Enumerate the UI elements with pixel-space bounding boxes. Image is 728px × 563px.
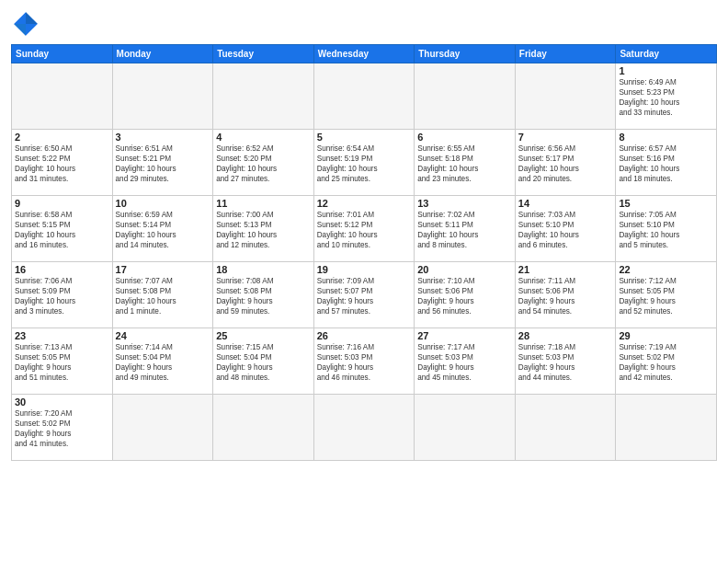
day-number: 17 — [116, 264, 210, 275]
logo — [11, 9, 44, 39]
calendar-cell-12: 7Sunrise: 6:56 AM Sunset: 5:17 PM Daylig… — [515, 130, 616, 196]
day-info: Sunrise: 6:59 AM Sunset: 5:14 PM Dayligh… — [116, 210, 210, 250]
weekday-header-thursday: Thursday — [415, 45, 516, 63]
day-info: Sunrise: 6:52 AM Sunset: 5:20 PM Dayligh… — [216, 144, 311, 184]
calendar-row-0: 1Sunrise: 6:49 AM Sunset: 5:23 PM Daylig… — [12, 63, 717, 130]
calendar-cell-28: 23Sunrise: 7:13 AM Sunset: 5:05 PM Dayli… — [12, 328, 113, 395]
day-info: Sunrise: 7:15 AM Sunset: 5:04 PM Dayligh… — [216, 342, 311, 383]
day-info: Sunrise: 6:55 AM Sunset: 5:18 PM Dayligh… — [417, 144, 512, 184]
day-number: 11 — [216, 198, 311, 209]
calendar-cell-16: 11Sunrise: 7:00 AM Sunset: 5:13 PM Dayli… — [213, 196, 314, 262]
calendar-cell-18: 13Sunrise: 7:02 AM Sunset: 5:11 PM Dayli… — [415, 196, 516, 262]
weekday-header-wednesday: Wednesday — [313, 45, 415, 63]
day-number: 30 — [15, 396, 109, 408]
calendar-cell-9: 4Sunrise: 6:52 AM Sunset: 5:20 PM Daylig… — [213, 130, 314, 196]
day-info: Sunrise: 6:56 AM Sunset: 5:17 PM Dayligh… — [518, 144, 613, 184]
calendar-cell-4 — [415, 63, 516, 130]
day-number: 19 — [317, 264, 412, 275]
weekday-header-row: SundayMondayTuesdayWednesdayThursdayFrid… — [12, 45, 717, 63]
calendar-cell-13: 8Sunrise: 6:57 AM Sunset: 5:16 PM Daylig… — [616, 130, 717, 196]
calendar-cell-38 — [313, 395, 415, 461]
day-info: Sunrise: 7:08 AM Sunset: 5:08 PM Dayligh… — [216, 276, 311, 316]
day-number: 9 — [15, 198, 109, 209]
day-number: 13 — [417, 198, 512, 209]
day-number: 20 — [417, 264, 512, 275]
day-number: 2 — [15, 132, 109, 143]
calendar-cell-6: 1Sunrise: 6:49 AM Sunset: 5:23 PM Daylig… — [616, 63, 717, 130]
calendar-cell-30: 25Sunrise: 7:15 AM Sunset: 5:04 PM Dayli… — [213, 328, 314, 395]
weekday-header-friday: Friday — [515, 45, 616, 63]
calendar-cell-25: 20Sunrise: 7:10 AM Sunset: 5:06 PM Dayli… — [415, 262, 516, 328]
day-info: Sunrise: 7:03 AM Sunset: 5:10 PM Dayligh… — [518, 210, 613, 250]
calendar-cell-26: 21Sunrise: 7:11 AM Sunset: 5:06 PM Dayli… — [515, 262, 616, 328]
calendar-cell-35: 30Sunrise: 7:20 AM Sunset: 5:02 PM Dayli… — [12, 395, 113, 461]
calendar-cell-11: 6Sunrise: 6:55 AM Sunset: 5:18 PM Daylig… — [415, 130, 516, 196]
day-number: 7 — [518, 132, 613, 143]
day-info: Sunrise: 7:12 AM Sunset: 5:05 PM Dayligh… — [619, 276, 713, 316]
calendar-cell-15: 10Sunrise: 6:59 AM Sunset: 5:14 PM Dayli… — [112, 196, 213, 262]
day-number: 18 — [216, 264, 311, 275]
calendar-cell-40 — [515, 395, 616, 461]
calendar-cell-10: 5Sunrise: 6:54 AM Sunset: 5:19 PM Daylig… — [313, 130, 415, 196]
day-info: Sunrise: 7:00 AM Sunset: 5:13 PM Dayligh… — [216, 210, 311, 250]
weekday-header-sunday: Sunday — [12, 45, 113, 63]
day-number: 6 — [417, 132, 512, 143]
day-number: 12 — [317, 198, 412, 209]
day-number: 26 — [317, 330, 412, 341]
day-number: 22 — [619, 264, 713, 275]
day-number: 8 — [619, 132, 713, 143]
calendar-cell-8: 3Sunrise: 6:51 AM Sunset: 5:21 PM Daylig… — [112, 130, 213, 196]
day-number: 1 — [619, 65, 713, 76]
calendar-cell-22: 17Sunrise: 7:07 AM Sunset: 5:08 PM Dayli… — [112, 262, 213, 328]
calendar-row-3: 16Sunrise: 7:06 AM Sunset: 5:09 PM Dayli… — [12, 262, 717, 328]
day-number: 15 — [619, 198, 713, 209]
svg-marker-2 — [14, 24, 26, 36]
day-info: Sunrise: 7:17 AM Sunset: 5:03 PM Dayligh… — [417, 342, 512, 383]
day-number: 25 — [216, 330, 311, 341]
calendar-cell-20: 15Sunrise: 7:05 AM Sunset: 5:10 PM Dayli… — [616, 196, 717, 262]
header — [11, 9, 717, 39]
day-number: 28 — [518, 330, 613, 341]
calendar-row-1: 2Sunrise: 6:50 AM Sunset: 5:22 PM Daylig… — [12, 130, 717, 196]
calendar-row-4: 23Sunrise: 7:13 AM Sunset: 5:05 PM Dayli… — [12, 328, 717, 395]
day-number: 27 — [417, 330, 512, 341]
day-number: 23 — [15, 330, 109, 341]
logo-icon — [11, 9, 40, 39]
calendar-cell-0 — [12, 63, 113, 130]
day-info: Sunrise: 7:07 AM Sunset: 5:08 PM Dayligh… — [116, 276, 210, 316]
day-number: 16 — [15, 264, 109, 275]
day-info: Sunrise: 6:54 AM Sunset: 5:19 PM Dayligh… — [317, 144, 412, 184]
calendar-cell-39 — [415, 395, 516, 461]
day-number: 21 — [518, 264, 613, 275]
calendar-cell-21: 16Sunrise: 7:06 AM Sunset: 5:09 PM Dayli… — [12, 262, 113, 328]
day-number: 5 — [317, 132, 412, 143]
calendar-cell-2 — [213, 63, 314, 130]
day-info: Sunrise: 6:51 AM Sunset: 5:21 PM Dayligh… — [116, 144, 210, 184]
day-number: 14 — [518, 198, 613, 209]
day-info: Sunrise: 7:16 AM Sunset: 5:03 PM Dayligh… — [317, 342, 412, 383]
weekday-header-tuesday: Tuesday — [213, 45, 314, 63]
day-number: 4 — [216, 132, 311, 143]
day-info: Sunrise: 6:57 AM Sunset: 5:16 PM Dayligh… — [619, 144, 713, 184]
calendar-cell-41 — [616, 395, 717, 461]
calendar-cell-31: 26Sunrise: 7:16 AM Sunset: 5:03 PM Dayli… — [313, 328, 415, 395]
day-info: Sunrise: 7:01 AM Sunset: 5:12 PM Dayligh… — [317, 210, 412, 250]
weekday-header-saturday: Saturday — [616, 45, 717, 63]
calendar-cell-27: 22Sunrise: 7:12 AM Sunset: 5:05 PM Dayli… — [616, 262, 717, 328]
calendar-cell-19: 14Sunrise: 7:03 AM Sunset: 5:10 PM Dayli… — [515, 196, 616, 262]
svg-marker-1 — [26, 12, 38, 24]
day-number: 3 — [116, 132, 210, 143]
day-info: Sunrise: 7:10 AM Sunset: 5:06 PM Dayligh… — [417, 276, 512, 316]
calendar-cell-7: 2Sunrise: 6:50 AM Sunset: 5:22 PM Daylig… — [12, 130, 113, 196]
calendar-cell-36 — [112, 395, 213, 461]
calendar-table: SundayMondayTuesdayWednesdayThursdayFrid… — [11, 44, 717, 461]
page: SundayMondayTuesdayWednesdayThursdayFrid… — [0, 0, 728, 563]
calendar-row-5: 30Sunrise: 7:20 AM Sunset: 5:02 PM Dayli… — [12, 395, 717, 461]
calendar-cell-5 — [515, 63, 616, 130]
day-info: Sunrise: 7:11 AM Sunset: 5:06 PM Dayligh… — [518, 276, 613, 316]
calendar-cell-29: 24Sunrise: 7:14 AM Sunset: 5:04 PM Dayli… — [112, 328, 213, 395]
calendar-row-2: 9Sunrise: 6:58 AM Sunset: 5:15 PM Daylig… — [12, 196, 717, 262]
calendar-cell-17: 12Sunrise: 7:01 AM Sunset: 5:12 PM Dayli… — [313, 196, 415, 262]
day-info: Sunrise: 7:20 AM Sunset: 5:02 PM Dayligh… — [15, 408, 109, 449]
day-info: Sunrise: 6:49 AM Sunset: 5:23 PM Dayligh… — [619, 77, 713, 118]
